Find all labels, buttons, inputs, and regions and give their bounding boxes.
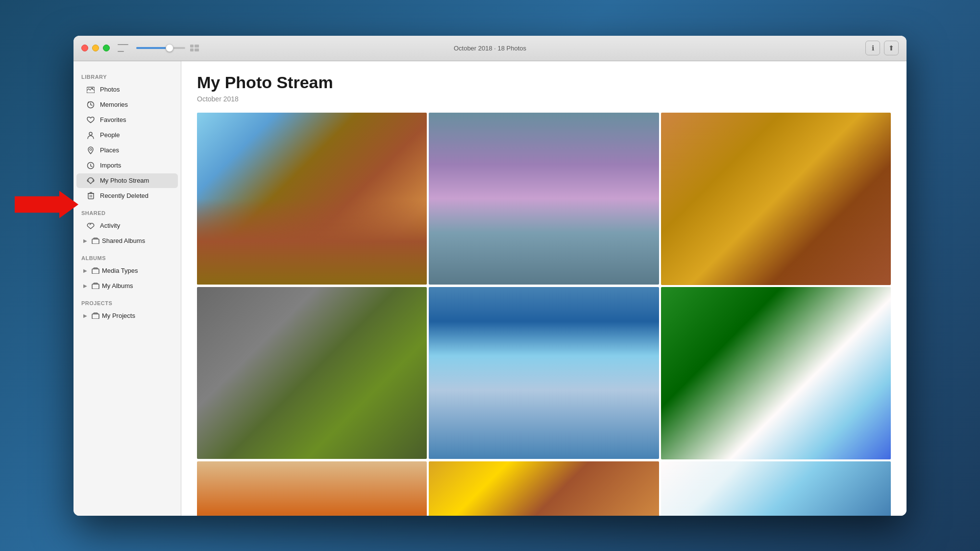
favorites-icon (86, 116, 95, 124)
svg-point-5 (92, 88, 93, 89)
minimize-button[interactable] (92, 45, 99, 51)
svg-rect-3 (195, 48, 199, 51)
photo-grid (197, 113, 891, 516)
svg-rect-10 (88, 193, 94, 199)
sidebar: Library Photos (74, 61, 181, 516)
sidebar-item-imports-label: Imports (100, 162, 121, 169)
sidebar-item-my-projects-label: My Projects (102, 312, 135, 319)
shared-albums-icon (91, 237, 100, 245)
photo-item[interactable] (661, 461, 891, 516)
activity-icon (86, 221, 95, 230)
traffic-lights (81, 45, 110, 51)
sidebar-item-recently-deleted-label: Recently Deleted (100, 192, 148, 199)
svg-rect-18 (92, 314, 99, 319)
sidebar-item-photo-stream-label: My Photo Stream (100, 177, 149, 184)
content-area: My Photo Stream October 2018 (181, 61, 906, 516)
zoom-slider-container (136, 47, 185, 49)
sidebar-item-photos-label: Photos (100, 86, 120, 93)
zoom-slider-thumb[interactable] (166, 44, 173, 52)
main-area: Library Photos (74, 61, 906, 516)
my-projects-icon (91, 311, 100, 320)
sidebar-item-media-types[interactable]: ▶ Media Types (76, 264, 178, 278)
places-icon (86, 146, 95, 155)
sidebar-item-memories[interactable]: Memories (76, 97, 178, 112)
my-projects-expand-icon: ▶ (82, 313, 88, 319)
svg-rect-4 (87, 87, 95, 93)
screen-wrapper: October 2018 · 18 Photos ℹ ⬆ Library (74, 36, 906, 516)
my-albums-icon (91, 282, 100, 290)
people-icon (86, 131, 95, 140)
photos-icon (86, 85, 95, 94)
sidebar-item-imports[interactable]: Imports (76, 158, 178, 173)
title-bar-actions: ℹ ⬆ (865, 41, 899, 55)
sidebar-item-my-albums-label: My Albums (102, 282, 133, 289)
sidebar-shared-header: Shared (74, 205, 181, 218)
svg-rect-16 (92, 269, 99, 274)
title-bar: October 2018 · 18 Photos ℹ ⬆ (74, 36, 906, 61)
sidebar-item-my-projects[interactable]: ▶ My Projects (76, 309, 178, 323)
share-button[interactable]: ⬆ (884, 41, 899, 55)
sidebar-item-favorites[interactable]: Favorites (76, 113, 178, 127)
sidebar-item-people[interactable]: People (76, 128, 178, 143)
photo-item[interactable] (429, 287, 659, 459)
photo-item[interactable] (429, 461, 659, 516)
photo-stream-icon (86, 176, 95, 185)
photo-item[interactable] (661, 287, 891, 459)
grid-size-icon[interactable] (189, 44, 200, 52)
sidebar-library-header: Library (74, 69, 181, 82)
svg-rect-2 (190, 48, 194, 51)
sidebar-item-favorites-label: Favorites (100, 116, 126, 123)
photo-item[interactable] (197, 287, 427, 459)
sidebar-item-photos[interactable]: Photos (76, 82, 178, 97)
zoom-slider-fill (136, 47, 168, 49)
window-title: October 2018 · 18 Photos (454, 45, 526, 52)
zoom-slider-track[interactable] (136, 47, 185, 49)
maximize-button[interactable] (103, 45, 110, 51)
svg-rect-15 (92, 239, 99, 244)
content-title: My Photo Stream (197, 73, 891, 92)
sidebar-item-photo-stream[interactable]: My Photo Stream (76, 173, 178, 188)
toolbar-controls (118, 44, 200, 52)
close-button[interactable] (81, 45, 88, 51)
svg-rect-0 (190, 45, 194, 48)
sidebar-item-shared-albums[interactable]: ▶ Shared Albums (76, 234, 178, 248)
svg-point-7 (89, 132, 92, 135)
sidebar-toggle-icon[interactable] (118, 44, 128, 52)
svg-rect-17 (92, 284, 99, 289)
sidebar-projects-header: Projects (74, 295, 181, 308)
sidebar-item-places[interactable]: Places (76, 143, 178, 158)
memories-icon (86, 100, 95, 109)
mac-window: October 2018 · 18 Photos ℹ ⬆ Library (74, 36, 906, 516)
svg-rect-1 (195, 45, 199, 48)
sidebar-item-shared-albums-label: Shared Albums (102, 237, 145, 244)
sidebar-item-media-types-label: Media Types (102, 267, 138, 274)
sidebar-item-recently-deleted[interactable]: Recently Deleted (76, 189, 178, 203)
sidebar-albums-header: Albums (74, 250, 181, 263)
sidebar-item-people-label: People (100, 131, 120, 139)
media-types-icon (91, 266, 100, 275)
trash-icon (86, 192, 95, 200)
photo-item[interactable] (661, 113, 891, 285)
sidebar-item-memories-label: Memories (100, 101, 128, 108)
sidebar-item-activity[interactable]: Activity (76, 218, 178, 233)
photo-item[interactable] (197, 461, 427, 516)
info-button[interactable]: ℹ (865, 41, 880, 55)
media-types-expand-icon: ▶ (82, 268, 88, 274)
shared-albums-expand-icon: ▶ (82, 238, 88, 244)
my-albums-expand-icon: ▶ (82, 283, 88, 289)
sidebar-item-places-label: Places (100, 146, 119, 154)
content-subtitle: October 2018 (197, 95, 891, 103)
svg-point-8 (90, 148, 92, 150)
imports-icon (86, 161, 95, 170)
photo-item[interactable] (429, 113, 659, 285)
sidebar-item-my-albums[interactable]: ▶ My Albums (76, 279, 178, 293)
photo-item[interactable] (197, 113, 427, 285)
sidebar-item-activity-label: Activity (100, 222, 120, 229)
